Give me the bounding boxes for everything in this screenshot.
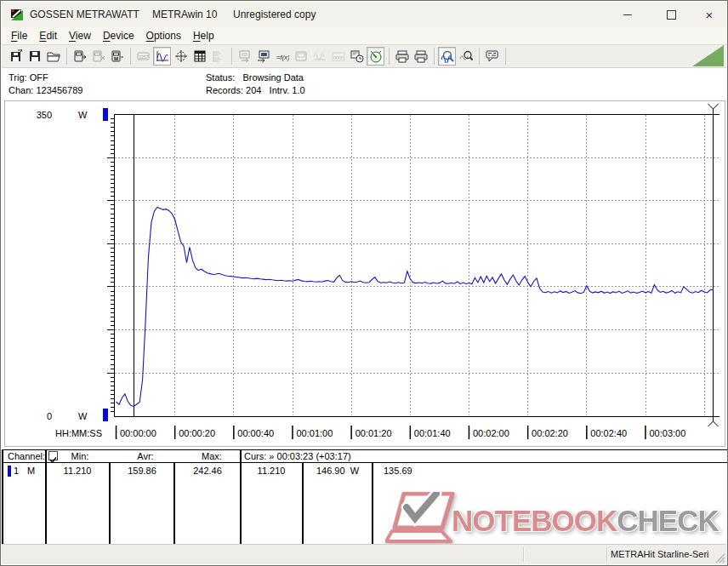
table-col-line-5 (302, 462, 304, 545)
row-channel-mode: M (27, 466, 35, 476)
table-border-left (2, 449, 3, 545)
svg-text:=f(x): =f(x) (276, 54, 289, 61)
print-preview-button[interactable] (393, 47, 411, 66)
menu-bar: FileEditViewDeviceOptionsHelp (2, 27, 726, 44)
wave-icon (156, 49, 169, 63)
view-cursors-button[interactable] (172, 47, 190, 66)
annotation-button[interactable] (483, 47, 501, 66)
timer-settings-button[interactable] (348, 47, 366, 66)
toolbar-separator (130, 48, 131, 65)
title-license-status: Unregistered copy (233, 9, 316, 20)
print-button[interactable] (412, 47, 429, 66)
export-report-button[interactable] (7, 47, 25, 66)
info-bar: Trig: OFF Chan: 123456789 Status: Browsi… (2, 68, 726, 100)
svg-text:1257: 1257 (139, 54, 148, 60)
floppy-icon (28, 49, 42, 63)
maximize-icon (667, 10, 676, 20)
header-cursor: Curs: » 00:03:23 (+03:17) (244, 451, 351, 461)
channel-marker-top (103, 108, 108, 121)
device-arrow-icon (73, 49, 87, 63)
folder-icon (47, 49, 60, 63)
brand-notebook: NOTEBOOK (452, 504, 617, 537)
zoom-signal-button[interactable] (438, 47, 456, 66)
export-screen-button (236, 47, 253, 66)
menu-options[interactable]: Options (140, 28, 187, 43)
svg-text:00:00:00: 00:00:00 (120, 428, 156, 438)
device-memory-button[interactable]: M (108, 47, 126, 66)
open-file-button[interactable] (44, 47, 62, 66)
fx-icon: =f(x) (276, 49, 289, 63)
menu-help[interactable]: Help (187, 28, 220, 43)
live-meter-button[interactable] (367, 47, 384, 66)
row-cursor2: 146.90 W (316, 466, 359, 476)
row-min: 11.210 (64, 466, 92, 476)
chart-panel[interactable]: 350W0WHH:MM:SS00:00:0000:00:2000:00:4000… (4, 100, 725, 447)
toolbar-separator (66, 48, 67, 65)
table-col-line-2 (109, 462, 111, 545)
app-window: GOSSEN METRAWATT METRAwin 10 Unregistere… (0, 0, 728, 566)
device-m-icon: M (111, 49, 124, 63)
crosshair-icon (174, 49, 188, 63)
title-bar: GOSSEN METRAWATT METRAwin 10 Unregistere… (2, 2, 726, 27)
minimize-button[interactable] (608, 2, 647, 27)
title-app-vendor: GOSSEN METRAWATT (30, 9, 139, 20)
toolbar-separator (231, 48, 232, 65)
svg-text:00:01:20: 00:01:20 (355, 428, 392, 438)
plot-border (114, 114, 719, 416)
toolbar: M1257=f(x) (2, 44, 726, 68)
power-chart[interactable]: 350W0WHH:MM:SS00:00:0000:00:2000:00:4000… (5, 101, 725, 444)
channel-color-marker (8, 466, 11, 477)
screen-in-icon (257, 49, 270, 63)
toolbar-separator (505, 48, 506, 65)
close-icon: × (706, 9, 714, 21)
device-disconnect-button (89, 47, 107, 66)
menu-edit[interactable]: Edit (33, 28, 63, 43)
maximize-button[interactable] (651, 2, 691, 27)
minimize-icon (623, 14, 632, 15)
table-border-top (2, 449, 727, 450)
view-table-button[interactable] (191, 47, 208, 66)
laptop-check-icon (386, 494, 452, 541)
zoom-lens-icon (459, 49, 473, 63)
bubble-icon (486, 49, 499, 63)
header-channel: Channel: (8, 451, 45, 461)
svg-text:00:03:00: 00:03:00 (650, 428, 686, 438)
menu-file[interactable]: File (5, 28, 33, 43)
svg-text:NOTEBOOKCHECK: NOTEBOOKCHECK (452, 504, 719, 537)
x-axis-format-label: HH:MM:SS (55, 428, 102, 438)
view-histogram-button (209, 47, 227, 66)
channel-checkbox[interactable] (48, 451, 58, 460)
close-button[interactable]: × (690, 2, 728, 27)
brand-check: CHECK (617, 504, 719, 537)
resize-grip[interactable] (714, 552, 725, 563)
vertical-gridlines (175, 115, 704, 415)
device-download-button[interactable] (71, 47, 88, 66)
read-device-button[interactable] (254, 47, 272, 66)
zoom-tool-button[interactable] (457, 47, 475, 66)
channel-list: Chan: 123456789 (9, 85, 82, 95)
ripple-button (329, 47, 347, 66)
lcd-icon: 1257 (137, 49, 151, 63)
notebookcheck-watermark: NOTEBOOKCHECK (385, 492, 728, 546)
menu-device[interactable]: Device (97, 28, 140, 43)
printer-icon (395, 49, 409, 63)
power-curve (117, 207, 714, 406)
channel-marker-bottom (103, 409, 108, 421)
svg-text:00:02:40: 00:02:40 (590, 428, 627, 438)
clock-icon (350, 49, 364, 63)
cursor-2-line[interactable] (708, 104, 719, 426)
formula-button[interactable]: =f(x) (273, 47, 291, 66)
row-cursor1: 11.210 (258, 466, 286, 476)
grid-icon (193, 49, 207, 63)
view-curve-button[interactable] (153, 47, 171, 66)
svg-text:00:02:00: 00:02:00 (473, 428, 509, 438)
menu-view[interactable]: View (63, 28, 97, 43)
header-avr: Avr: (137, 451, 153, 461)
table-col-line-3 (173, 462, 175, 545)
browse-status: Status: Browsing Data (206, 72, 304, 83)
save-data-button[interactable] (26, 47, 43, 66)
row-delta: 135.69 (384, 466, 412, 476)
table-col-line-1 (45, 449, 47, 545)
device-x-icon (92, 49, 105, 63)
header-max: Max: (202, 451, 222, 461)
